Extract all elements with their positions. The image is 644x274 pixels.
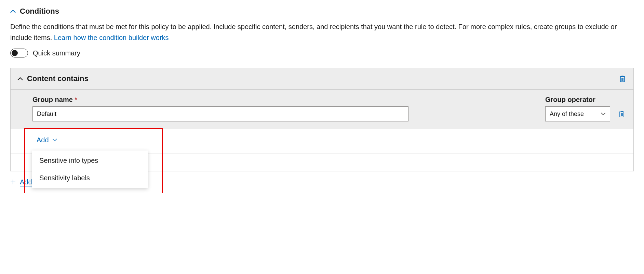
group-name-label: Group name *: [32, 96, 532, 104]
group-operator-field: Group operator Any of these: [545, 96, 610, 121]
conditions-header[interactable]: Conditions: [10, 7, 634, 16]
add-label: Add: [37, 136, 49, 144]
add-dropdown-button[interactable]: Add: [37, 136, 57, 144]
quick-summary-toggle[interactable]: [10, 49, 28, 57]
group-name-input[interactable]: [32, 106, 408, 121]
menu-item-sensitivity-labels[interactable]: Sensitivity labels: [32, 169, 148, 187]
chevron-up-icon: [10, 9, 16, 14]
content-contains-card: Content contains Group name * Group oper…: [10, 68, 634, 171]
content-contains-title: Content contains: [27, 74, 89, 83]
add-dropdown-menu: Sensitive info types Sensitivity labels: [32, 151, 148, 188]
quick-summary-row: Quick summary: [10, 49, 634, 57]
learn-link[interactable]: Learn how the condition builder works: [54, 34, 169, 41]
required-asterisk: *: [75, 96, 77, 103]
delete-condition-button[interactable]: [618, 75, 627, 83]
content-contains-header[interactable]: Content contains: [11, 68, 633, 90]
quick-summary-label: Quick summary: [33, 49, 80, 57]
group-operator-value: Any of these: [550, 110, 584, 118]
group-name-field: Group name *: [32, 96, 532, 121]
group-operator-select[interactable]: Any of these: [545, 106, 610, 121]
conditions-description: Define the conditions that must be met f…: [10, 21, 634, 43]
group-config-row: Group name * Group operator Any of these: [11, 90, 633, 129]
delete-group-button[interactable]: [618, 110, 626, 118]
menu-item-sensitive-info-types[interactable]: Sensitive info types: [32, 152, 148, 169]
chevron-up-icon: [17, 76, 23, 81]
plus-icon: [10, 179, 16, 185]
chevron-down-icon: [601, 112, 606, 116]
conditions-title: Conditions: [20, 7, 59, 16]
chevron-down-icon: [52, 138, 57, 143]
group-operator-label: Group operator: [545, 96, 610, 104]
add-content-area: Add Sensitive info types Sensitivity lab…: [11, 129, 633, 154]
